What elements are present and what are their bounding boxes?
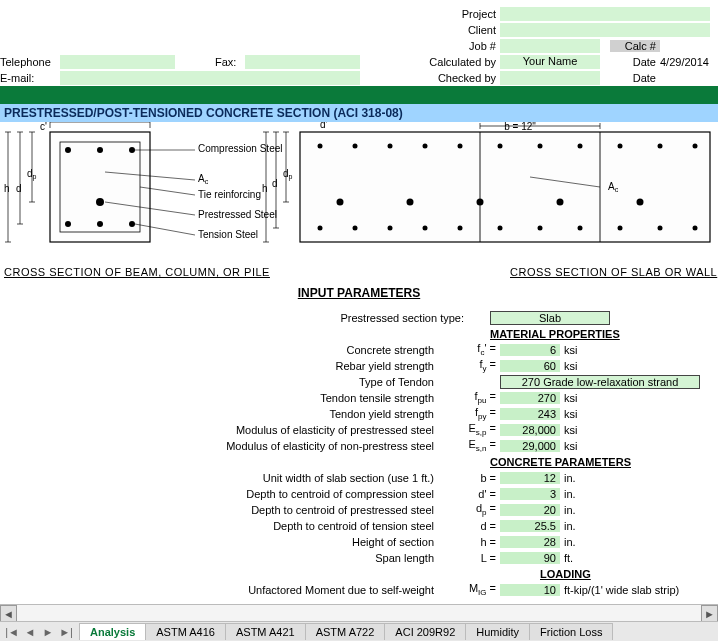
svg-point-7: [129, 221, 135, 227]
tab-analysis[interactable]: Analysis: [79, 623, 146, 640]
param-row: Modulus of elasticity of prestressed ste…: [0, 422, 718, 438]
param-unit: in.: [560, 472, 710, 484]
title-bar: PRESTRESSED/POST-TENSIONED CONCRETE SECT…: [0, 104, 718, 122]
param-value[interactable]: 10: [500, 584, 560, 596]
param-value[interactable]: 28: [500, 536, 560, 548]
param-label: Span length: [0, 552, 440, 564]
svg-point-6: [97, 221, 103, 227]
tab-humidity[interactable]: Humidity: [465, 623, 530, 640]
svg-point-47: [557, 199, 564, 206]
fax-label: Fax:: [215, 56, 245, 68]
scroll-left-icon[interactable]: ◄: [0, 605, 17, 622]
horizontal-scrollbar[interactable]: ◄ ►: [0, 604, 718, 621]
svg-point-3: [97, 147, 103, 153]
fax-field[interactable]: [245, 55, 360, 69]
tab-nav-next-icon[interactable]: ►: [40, 626, 56, 638]
param-row: Rebar yield strengthfy =60ksi: [0, 358, 718, 374]
param-label: Depth to centroid of prestressed steel: [0, 504, 440, 516]
svg-point-36: [423, 144, 428, 149]
param-value[interactable]: 28,000: [500, 424, 560, 436]
tab-nav-prev-icon[interactable]: ◄: [22, 626, 38, 638]
param-symbol: L =: [440, 552, 500, 564]
svg-point-44: [337, 199, 344, 206]
param-value[interactable]: 90: [500, 552, 560, 564]
param-value[interactable]: 270: [500, 392, 560, 404]
email-field[interactable]: [60, 71, 360, 85]
job-field[interactable]: [500, 39, 600, 53]
param-value[interactable]: 29,000: [500, 440, 560, 452]
param-label: Modulus of elasticity of non-prestress s…: [0, 440, 440, 452]
input-parameters-heading: INPUT PARAMETERS: [0, 286, 718, 300]
param-label: Tendon yield strength: [0, 408, 440, 420]
param-symbol: fy =: [440, 358, 500, 373]
telephone-field[interactable]: [60, 55, 175, 69]
param-label: Height of section: [0, 536, 440, 548]
param-unit: ksi: [560, 344, 710, 356]
calc-num-label: Calc #: [610, 40, 660, 52]
label-prestressed-steel: Prestressed Steel: [198, 209, 277, 220]
svg-text:c': c': [40, 122, 47, 132]
section-type-label: Prestressed section type:: [0, 312, 470, 324]
svg-point-50: [353, 226, 358, 231]
param-row: Span lengthL =90ft.: [0, 550, 718, 566]
param-row: Type of Tendon270 Grade low-relaxation s…: [0, 374, 718, 390]
svg-point-55: [538, 226, 543, 231]
svg-point-56: [578, 226, 583, 231]
svg-rect-30: [300, 132, 710, 242]
client-field[interactable]: [500, 23, 710, 37]
material-props-heading: MATERIAL PROPERTIES: [490, 328, 620, 340]
param-row: Unfactored Moment due to self-weightMIG …: [0, 582, 718, 598]
checked-by-field[interactable]: [500, 71, 600, 85]
email-label: E-mail:: [0, 72, 60, 84]
tab-aci-209r92[interactable]: ACI 209R92: [384, 623, 466, 640]
svg-point-41: [618, 144, 623, 149]
svg-point-59: [693, 226, 698, 231]
param-symbol: d =: [440, 520, 500, 532]
param-symbol: fpy =: [440, 406, 500, 421]
client-label: Client: [400, 24, 500, 36]
param-value[interactable]: 60: [500, 360, 560, 372]
tab-astm-a416[interactable]: ASTM A416: [145, 623, 226, 640]
label-compression-steel: Compression Steel: [198, 143, 282, 154]
project-field[interactable]: [500, 7, 710, 21]
calc-by-field[interactable]: Your Name: [500, 55, 600, 69]
date-label-1: Date: [610, 56, 660, 68]
param-unit: ksi: [560, 408, 710, 420]
section-type-value[interactable]: Slab: [490, 311, 610, 325]
param-value[interactable]: 25.5: [500, 520, 560, 532]
worksheet: Project Client Job # Calc # Telephone Fa…: [0, 0, 718, 641]
param-value[interactable]: 243: [500, 408, 560, 420]
tab-nav-last-icon[interactable]: ►|: [58, 626, 74, 638]
tab-friction-loss[interactable]: Friction Loss: [529, 623, 613, 640]
loading-heading: LOADING: [540, 568, 591, 580]
param-row: Depth to centroid of tension steeld =25.…: [0, 518, 718, 534]
param-label: Concrete strength: [0, 344, 440, 356]
tab-astm-a722[interactable]: ASTM A722: [305, 623, 386, 640]
svg-point-33: [318, 144, 323, 149]
param-unit: ksi: [560, 392, 710, 404]
param-symbol: Es,p =: [440, 422, 500, 437]
svg-point-42: [658, 144, 663, 149]
svg-text:h: h: [4, 183, 10, 194]
tab-nav-first-icon[interactable]: |◄: [4, 626, 20, 638]
param-value[interactable]: 20: [500, 504, 560, 516]
param-value[interactable]: 6: [500, 344, 560, 356]
svg-point-37: [458, 144, 463, 149]
tab-astm-a421[interactable]: ASTM A421: [225, 623, 306, 640]
date-label-2: Date: [610, 72, 660, 84]
svg-point-34: [353, 144, 358, 149]
param-label: Rebar yield strength: [0, 360, 440, 372]
svg-point-2: [65, 147, 71, 153]
param-value[interactable]: 3: [500, 488, 560, 500]
svg-point-5: [65, 221, 71, 227]
param-unit: in.: [560, 488, 710, 500]
svg-point-46: [477, 199, 484, 206]
param-value[interactable]: 12: [500, 472, 560, 484]
param-value[interactable]: 270 Grade low-relaxation strand: [500, 375, 700, 389]
svg-point-57: [618, 226, 623, 231]
param-row: Unit width of slab section (use 1 ft.)b …: [0, 470, 718, 486]
scroll-right-icon[interactable]: ►: [701, 605, 718, 622]
param-symbol: fc' =: [440, 342, 500, 357]
job-label: Job #: [400, 40, 500, 52]
concrete-params-heading: CONCRETE PARAMETERS: [490, 456, 631, 468]
